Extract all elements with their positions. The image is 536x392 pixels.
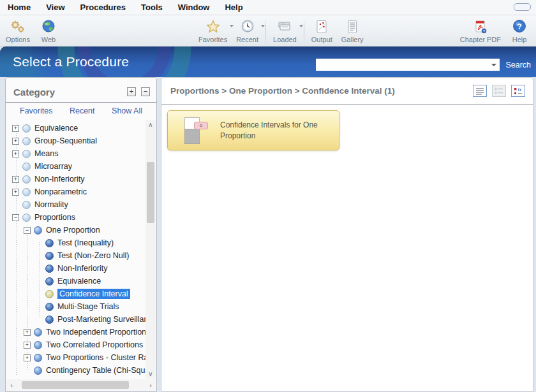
pdf-icon: ?	[472, 18, 489, 35]
expander-spacer	[35, 303, 42, 310]
menu-help[interactable]: Help	[225, 3, 242, 12]
scroll-left-icon[interactable]: ‹	[6, 381, 17, 389]
category-sphere-icon	[22, 201, 31, 209]
detail-view-button	[492, 85, 506, 97]
expander-spacer	[35, 252, 42, 259]
horizontal-scrollbar[interactable]: ‹ ›	[6, 379, 156, 391]
expand-icon[interactable]	[24, 354, 31, 361]
expand-icon[interactable]	[12, 138, 19, 145]
search-label: Search	[505, 61, 531, 69]
expander-spacer	[24, 367, 31, 374]
tree-item-normality[interactable]: Normality	[6, 198, 145, 211]
toolbar-button-label: Favorites	[198, 36, 227, 43]
expander-spacer	[35, 278, 42, 285]
expand-icon[interactable]	[12, 125, 19, 132]
page-title: Select a Procedure	[13, 54, 129, 69]
menu-window[interactable]: Window	[178, 3, 210, 12]
icon-view-button[interactable]	[511, 85, 525, 97]
procedure-sphere-icon	[45, 252, 54, 260]
toolbar-button-label: Help	[512, 36, 527, 43]
dropdown-arrow-icon[interactable]	[299, 25, 303, 27]
procedure-sphere-icon	[45, 316, 54, 324]
application-window: Home View Procedures Tools Window Help	[0, 0, 536, 392]
expand-icon[interactable]	[12, 189, 19, 196]
toolbar-button-label: Recent	[236, 36, 258, 43]
tree-item-nonparametric[interactable]: Nonparametric	[6, 185, 145, 198]
expand-icon[interactable]	[24, 329, 31, 336]
gallery-list-icon	[345, 18, 360, 35]
collapse-all-button[interactable]: −	[141, 87, 150, 96]
recent-button[interactable]: Recent	[232, 17, 263, 46]
loaded-button[interactable]: Loaded	[269, 17, 301, 46]
chapter-pdf-button[interactable]: ? Chapter PDF	[456, 17, 505, 46]
toolbar: Options Web Favorite	[0, 15, 536, 47]
options-button[interactable]: Options	[1, 17, 34, 46]
toolbar-button-label: Chapter PDF	[460, 36, 501, 43]
toolbar-button-label: Output	[311, 36, 332, 43]
scroll-down-icon[interactable]: ∨	[145, 369, 156, 379]
tab-favorites[interactable]: Favorites	[12, 105, 60, 117]
vertical-scrollbar[interactable]: ∧ ∨	[145, 120, 156, 379]
procedure-sphere-icon	[45, 277, 54, 286]
tree-item-two-proportions-cluster-random[interactable]: Two Proportions - Cluster Random	[6, 351, 145, 364]
tab-show-all[interactable]: Show All	[104, 105, 150, 117]
tree-item-test-inequality[interactable]: Test (Inequality)	[6, 236, 145, 249]
collapse-icon[interactable]	[24, 227, 31, 234]
expand-all-button[interactable]: +	[127, 87, 136, 96]
tab-recent[interactable]: Recent	[62, 105, 103, 117]
favorites-button[interactable]: Favorites	[194, 17, 232, 46]
procedure-sphere-icon	[45, 303, 54, 311]
category-tree: Equivalence Group-Sequential Means Micro…	[6, 120, 145, 379]
vertical-scroll-thumb[interactable]	[147, 162, 154, 223]
tree-item-non-inferiority-child[interactable]: Non-Inferiority	[6, 262, 145, 275]
tree-item-test-non-zero-null[interactable]: Test (Non-Zero Null)	[6, 249, 145, 262]
globe-icon	[41, 18, 56, 35]
expander-spacer	[35, 316, 42, 323]
expander-spacer	[35, 240, 42, 247]
procedure-sphere-icon	[45, 239, 54, 247]
gears-icon	[10, 18, 26, 35]
tree-item-two-correlated-proportions[interactable]: Two Correlated Proportions	[6, 338, 145, 351]
tree-item-group-sequential[interactable]: Group-Sequential	[6, 134, 145, 147]
dropdown-arrow-icon[interactable]	[261, 25, 265, 27]
expand-icon[interactable]	[24, 342, 31, 349]
expand-icon[interactable]	[12, 176, 19, 183]
toolbar-button-label: Options	[6, 36, 30, 43]
menu-home[interactable]: Home	[8, 3, 31, 12]
category-sphere-icon	[34, 341, 42, 349]
category-sphere-icon	[22, 188, 31, 196]
procedure-card-confidence-intervals[interactable]: o Confidence Intervals for One Proportio…	[167, 110, 339, 150]
tree-item-post-marketing-surveillance[interactable]: Post-Marketing Surveillance	[6, 313, 145, 326]
help-button[interactable]: ? Help	[505, 17, 533, 46]
tree-item-one-proportion[interactable]: One Proportion	[6, 224, 145, 236]
tree-item-means[interactable]: Means	[6, 147, 145, 160]
web-button[interactable]: Web	[34, 17, 63, 46]
horizontal-scroll-thumb[interactable]	[22, 381, 129, 389]
collapse-icon[interactable]	[12, 214, 19, 221]
menu-procedures[interactable]: Procedures	[80, 3, 126, 12]
menu-tools[interactable]: Tools	[141, 3, 163, 12]
window-control[interactable]	[514, 3, 531, 11]
tree-item-confidence-interval-selected[interactable]: Confidence Interval	[6, 287, 145, 300]
toolbar-button-label: Loaded	[273, 36, 297, 43]
list-view-button[interactable]	[473, 85, 487, 97]
search-combobox[interactable]	[316, 59, 500, 71]
tree-item-microarray[interactable]: Microarray	[6, 160, 145, 173]
tree-item-non-inferiority[interactable]: Non-Inferiority	[6, 173, 145, 185]
gallery-button[interactable]: Gallery	[337, 17, 368, 46]
toolbar-separator	[265, 18, 266, 44]
scroll-up-icon[interactable]: ∧	[145, 120, 156, 129]
tree-item-contingency-table[interactable]: Contingency Table (Chi-Square)	[6, 364, 145, 377]
tree-item-equivalence[interactable]: Equivalence	[6, 122, 145, 134]
tree-item-proportions[interactable]: Proportions	[6, 211, 145, 224]
scroll-right-icon[interactable]: ›	[145, 381, 156, 389]
chevron-down-icon[interactable]	[489, 59, 499, 70]
tree-item-equivalence-child[interactable]: Equivalence	[6, 275, 145, 287]
tree-item-two-independent-proportions[interactable]: Two Independent Proportions	[6, 326, 145, 338]
category-sphere-icon	[34, 354, 42, 362]
menu-view[interactable]: View	[46, 3, 64, 12]
output-button[interactable]: Output	[307, 17, 337, 46]
tree-item-multi-stage-trials[interactable]: Multi-Stage Trials	[6, 300, 145, 313]
expand-icon[interactable]	[12, 150, 19, 157]
search-input[interactable]	[316, 60, 489, 69]
